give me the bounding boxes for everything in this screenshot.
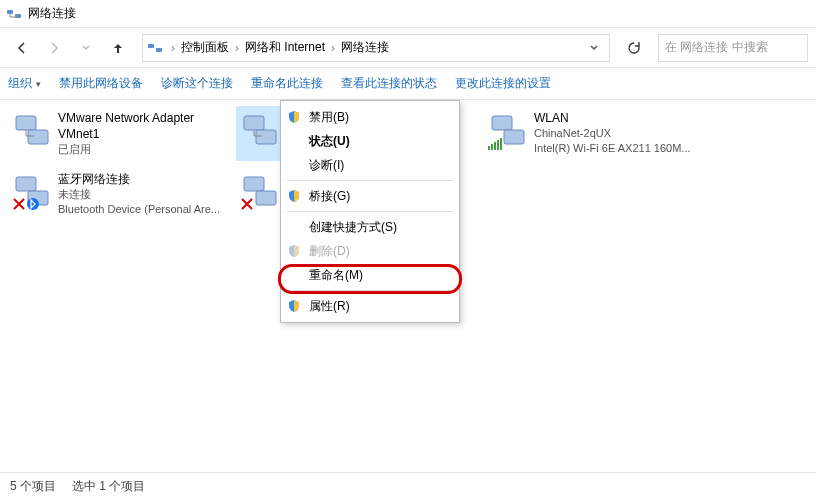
ctx-bridge[interactable]: 桥接(G)	[281, 184, 459, 208]
selected-count: 选中 1 个项目	[72, 478, 145, 495]
change-settings-button[interactable]: 更改此连接的设置	[455, 75, 551, 92]
view-status-button[interactable]: 查看此连接的状态	[341, 75, 437, 92]
ctx-disable-label: 禁用(B)	[309, 109, 349, 126]
content-area: VMware Network Adapter VMnet1 已启用 WLAN C…	[0, 100, 816, 470]
nav-bar: › 控制面板 › 网络和 Internet › 网络连接 在 网络连接 中搜索	[0, 28, 816, 68]
chevron-down-icon: ▾	[36, 79, 41, 89]
wlan-adapter-icon	[488, 110, 528, 150]
search-input[interactable]: 在 网络连接 中搜索	[658, 34, 808, 62]
ctx-diagnose-label: 诊断(I)	[309, 157, 344, 174]
wifi-signal-icon	[488, 138, 502, 150]
refresh-button[interactable]	[620, 34, 648, 62]
adapter-device: Intel(R) Wi-Fi 6E AX211 160M...	[534, 141, 691, 156]
ctx-properties-label: 属性(R)	[309, 298, 350, 315]
breadcrumb-network-connections[interactable]: 网络连接	[339, 39, 391, 56]
rename-connection-button[interactable]: 重命名此连接	[251, 75, 323, 92]
status-bar: 5 个项目 选中 1 个项目	[0, 472, 816, 500]
bluetooth-adapter-icon	[12, 171, 52, 211]
adapter-device: Bluetooth Device (Personal Are...	[58, 202, 220, 217]
network-adapter-icon	[240, 171, 280, 211]
context-menu: 禁用(B) 状态(U) 诊断(I) 桥接(G) 创建快捷方式(S) 删除(D) …	[280, 100, 460, 323]
shield-icon	[287, 110, 301, 124]
svg-rect-9	[504, 130, 524, 144]
adapter-status: 未连接	[58, 187, 220, 202]
up-button[interactable]	[104, 34, 132, 62]
breadcrumb[interactable]: › 控制面板 › 网络和 Internet › 网络连接	[142, 34, 610, 62]
ctx-delete: 删除(D)	[281, 239, 459, 263]
adapter-item-bluetooth[interactable]: 蓝牙网络连接 未连接 Bluetooth Device (Personal Ar…	[8, 167, 228, 221]
ctx-shortcut-label: 创建快捷方式(S)	[309, 219, 397, 236]
adapter-network: ChinaNet-2qUX	[534, 126, 691, 141]
forward-button[interactable]	[40, 34, 68, 62]
ctx-disable[interactable]: 禁用(B)	[281, 105, 459, 129]
adapter-title: VMware Network Adapter VMnet1	[58, 110, 224, 142]
shield-icon	[287, 189, 301, 203]
chevron-right-icon: ›	[169, 41, 177, 55]
adapter-item-vmnet1[interactable]: VMware Network Adapter VMnet1 已启用	[8, 106, 228, 161]
adapter-title: WLAN	[534, 110, 691, 126]
chevron-right-icon: ›	[233, 41, 241, 55]
search-placeholder: 在 网络连接 中搜索	[665, 39, 768, 56]
ctx-diagnose[interactable]: 诊断(I)	[281, 153, 459, 177]
shield-icon	[287, 299, 301, 313]
svg-point-12	[27, 198, 39, 210]
recent-dropdown[interactable]	[72, 34, 100, 62]
breadcrumb-dropdown[interactable]	[583, 37, 605, 59]
svg-rect-6	[244, 116, 264, 130]
network-connections-icon	[147, 40, 163, 56]
item-count: 5 个项目	[10, 478, 56, 495]
toolbar: 组织▾ 禁用此网络设备 诊断这个连接 重命名此连接 查看此连接的状态 更改此连接…	[0, 68, 816, 100]
adapter-item-wlan[interactable]: WLAN ChinaNet-2qUX Intel(R) Wi-Fi 6E AX2…	[484, 106, 704, 161]
svg-rect-2	[148, 44, 154, 48]
diagnose-connection-button[interactable]: 诊断这个连接	[161, 75, 233, 92]
ctx-shortcut[interactable]: 创建快捷方式(S)	[281, 215, 459, 239]
ctx-delete-label: 删除(D)	[309, 243, 350, 260]
adapter-status: 已启用	[58, 142, 224, 157]
disable-device-button[interactable]: 禁用此网络设备	[59, 75, 143, 92]
ctx-rename[interactable]: 重命名(M)	[281, 263, 459, 287]
separator	[287, 290, 453, 291]
network-adapter-icon	[240, 110, 280, 150]
ctx-bridge-label: 桥接(G)	[309, 188, 350, 205]
adapter-title: 蓝牙网络连接	[58, 171, 220, 187]
chevron-right-icon: ›	[329, 41, 337, 55]
svg-rect-13	[244, 177, 264, 191]
shield-icon	[287, 244, 301, 258]
organize-menu[interactable]: 组织▾	[8, 75, 41, 92]
svg-rect-4	[16, 116, 36, 130]
breadcrumb-control-panel[interactable]: 控制面板	[179, 39, 231, 56]
network-connections-icon	[6, 6, 22, 22]
ctx-status[interactable]: 状态(U)	[281, 129, 459, 153]
svg-rect-8	[492, 116, 512, 130]
svg-rect-0	[7, 10, 13, 14]
window-title: 网络连接	[28, 5, 76, 22]
back-button[interactable]	[8, 34, 36, 62]
separator	[287, 211, 453, 212]
ctx-rename-label: 重命名(M)	[309, 267, 363, 284]
organize-label: 组织	[8, 75, 32, 92]
network-adapter-icon	[12, 110, 52, 150]
svg-rect-14	[256, 191, 276, 205]
separator	[287, 180, 453, 181]
svg-rect-10	[16, 177, 36, 191]
ctx-status-label: 状态(U)	[309, 133, 350, 150]
breadcrumb-network-internet[interactable]: 网络和 Internet	[243, 39, 327, 56]
title-bar: 网络连接	[0, 0, 816, 28]
svg-rect-7	[256, 130, 276, 144]
svg-rect-5	[28, 130, 48, 144]
svg-rect-3	[156, 48, 162, 52]
ctx-properties[interactable]: 属性(R)	[281, 294, 459, 318]
